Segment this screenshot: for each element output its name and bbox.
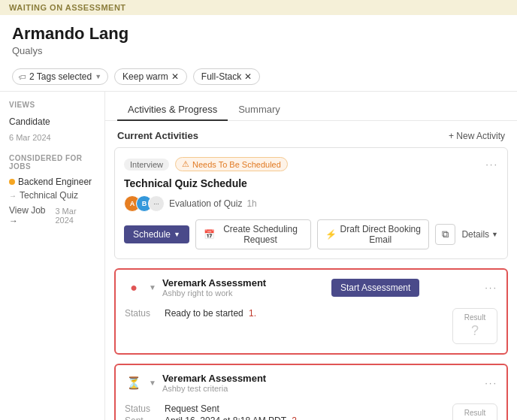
status-label-1: Status: [125, 308, 159, 319]
current-activities-title: Current Activities: [117, 130, 198, 141]
warning-icon: ⚠: [182, 159, 189, 169]
result-label-2: Result: [464, 409, 485, 417]
copy-icon: ⧉: [442, 228, 449, 240]
eval-time: 1h: [246, 198, 256, 209]
status-label-2: Status: [125, 403, 159, 414]
status-row-2a: Status Request Sent: [125, 403, 443, 414]
arrow-icon: →: [9, 192, 17, 200]
sidebar-job-backend[interactable]: Backend Engineer: [0, 175, 104, 189]
new-activity-button[interactable]: + New Activity: [449, 131, 505, 141]
action-buttons: Schedule ▼ 📅 Create Scheduling Request ⚡…: [124, 219, 498, 249]
sidebar-candidate[interactable]: Candidate: [0, 113, 104, 130]
assessment-1-info: Veremark Assessment Ashby right to work: [162, 277, 266, 298]
assessment-1-more-icon[interactable]: ···: [485, 282, 497, 293]
draft-email-button[interactable]: ⚡ Draft Direct Booking Email: [317, 219, 429, 249]
assessment-card-2: ⏳ ▼ Veremark Assessment Ashby test crite…: [114, 364, 508, 420]
status-value-2: Request Sent: [165, 403, 219, 414]
status-row-1: Status Ready to be started 1.: [125, 308, 443, 319]
email-icon: ⚡: [325, 229, 337, 240]
view-job-row: View Job → 3 Mar 2024: [0, 202, 104, 229]
assessment-card-2-top: ⏳ ▼ Veremark Assessment Ashby test crite…: [116, 365, 506, 397]
sent-label-2: Sent: [125, 415, 159, 420]
interview-badge: Interview: [124, 159, 169, 171]
company-name: Qualys: [12, 45, 505, 56]
status-value-1: Ready to be started 1.: [165, 308, 256, 319]
interview-card: Interview ⚠ Needs To Be Scheduled ··· Te…: [114, 147, 508, 259]
interview-card-header: Interview ⚠ Needs To Be Scheduled ···: [124, 157, 498, 171]
assessment-1-title: Veremark Assessment: [162, 277, 266, 289]
full-stack-label: Full-Stack: [201, 71, 241, 82]
tags-label: 2 Tags selected: [29, 71, 92, 82]
assessment-2-chevron[interactable]: ▼: [149, 379, 156, 387]
view-job-link[interactable]: View Job →: [9, 205, 55, 226]
result-value-1: ?: [471, 323, 479, 339]
copy-button[interactable]: ⧉: [435, 224, 455, 245]
tab-activities-progress[interactable]: Activities & Progress: [117, 99, 228, 121]
eval-label: Evaluation of Quiz: [169, 198, 242, 209]
considered-label: CONSIDERED FOR JOBS: [0, 154, 104, 175]
assessment-1-icon: ●: [125, 279, 143, 297]
tab-summary[interactable]: Summary: [228, 99, 291, 121]
create-scheduling-button[interactable]: 📅 Create Scheduling Request: [195, 219, 311, 249]
result-label-1: Result: [464, 313, 485, 322]
assessment-2-subtitle: Ashby test criteria: [162, 384, 266, 393]
needs-scheduled-badge: ⚠ Needs To Be Scheduled: [175, 157, 288, 171]
main-layout: VIEWS Candidate 6 Mar 2024 CONSIDERED FO…: [0, 92, 517, 420]
schedule-button[interactable]: Schedule ▼: [124, 225, 189, 243]
result-box-2: Result ?: [452, 403, 497, 420]
create-scheduling-label: Create Scheduling Request: [218, 224, 303, 245]
chevron-down-icon: ▼: [95, 73, 101, 80]
chevron-down-icon: ▼: [491, 231, 498, 238]
active-dot: [9, 179, 15, 185]
sidebar: VIEWS Candidate 6 Mar 2024 CONSIDERED FO…: [0, 92, 105, 420]
full-stack-close-icon[interactable]: ✕: [244, 71, 252, 82]
avatar-stack: A B ···: [124, 195, 165, 212]
keep-warm-label: Keep warm: [122, 71, 168, 82]
avatar-more: ···: [148, 195, 165, 212]
job-name-label: Backend Engineer: [18, 177, 92, 187]
quiz-title: Technical Quiz Schedule: [124, 177, 498, 189]
avatar-row: A B ··· Evaluation of Quiz 1h: [124, 195, 498, 212]
header-section: Armando Lang Qualys: [0, 15, 517, 62]
full-stack-tag[interactable]: Full-Stack ✕: [193, 68, 260, 85]
keep-warm-tag[interactable]: Keep warm ✕: [114, 68, 187, 85]
assessment-2-status-grid: Status Request Sent Sent April 16, 2024 …: [125, 403, 443, 420]
draft-email-label: Draft Direct Booking Email: [340, 224, 421, 245]
sidebar-candidate-date: 6 Mar 2024: [0, 130, 104, 145]
number-badge-2: 2.: [292, 415, 299, 420]
details-link[interactable]: Details ▼: [461, 229, 498, 240]
schedule-label: Schedule: [133, 229, 171, 240]
sent-value-2: April 16, 2024 at 8:18 AM PDT 2.: [165, 415, 299, 420]
assessment-2-more-icon[interactable]: ···: [485, 377, 497, 388]
tabs-bar: Activities & Progress Summary: [105, 92, 517, 121]
views-label: VIEWS: [0, 101, 104, 113]
result-box-1: Result ?: [452, 308, 497, 344]
assessment-2-icon: ⏳: [125, 374, 143, 392]
assessment-2-info: Veremark Assessment Ashby test criteria: [162, 373, 266, 393]
chevron-down-icon: ▼: [174, 231, 180, 238]
content-area: Activities & Progress Summary Current Ac…: [105, 92, 517, 420]
tag-icon: 🏷: [19, 73, 26, 81]
assessment-1-chevron[interactable]: ▼: [149, 283, 156, 292]
calendar-icon: 📅: [204, 229, 215, 240]
banner-text: WAITING ON ASSESSMENT: [9, 3, 126, 12]
status-row-2b: Sent April 16, 2024 at 8:18 AM PDT 2.: [125, 415, 443, 420]
assessment-1-subtitle: Ashby right to work: [162, 289, 266, 298]
more-options-icon[interactable]: ···: [485, 159, 498, 170]
number-badge-1: 1.: [249, 308, 256, 319]
assessment-card-1-top: ● ▼ Veremark Assessment Ashby right to w…: [116, 270, 506, 302]
details-label: Details: [461, 229, 489, 240]
current-activities-header: Current Activities + New Activity: [105, 121, 517, 147]
stage-label: Technical Quiz: [20, 190, 78, 201]
tags-row: 🏷 2 Tags selected ▼ Keep warm ✕ Full-Sta…: [0, 62, 517, 92]
tags-count-badge[interactable]: 🏷 2 Tags selected ▼: [12, 68, 108, 85]
badge-status-text: Needs To Be Scheduled: [192, 160, 281, 169]
assessment-card-2-body: Status Request Sent Sent April 16, 2024 …: [116, 397, 506, 420]
assessment-1-status-grid: Status Ready to be started 1.: [125, 308, 443, 320]
status-banner: WAITING ON ASSESSMENT: [0, 0, 517, 15]
keep-warm-close-icon[interactable]: ✕: [171, 71, 179, 82]
start-assessment-button-1[interactable]: Start Assessment: [331, 279, 419, 297]
assessment-card-1: ● ▼ Veremark Assessment Ashby right to w…: [114, 268, 508, 355]
view-job-date: 3 Mar 2024: [55, 207, 95, 225]
assessment-2-title: Veremark Assessment: [162, 373, 266, 384]
